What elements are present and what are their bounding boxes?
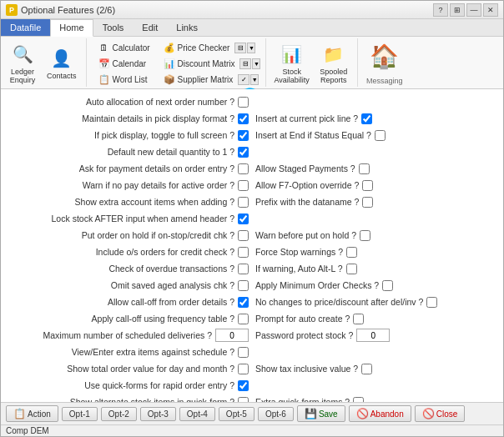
opt2-button[interactable]: Opt-2 — [101, 407, 137, 421]
option-row-no-changes: No changes to price/discount after del/i… — [255, 294, 496, 309]
option-checkbox-warn-hold[interactable] — [360, 230, 370, 241]
option-checkbox-insert-end[interactable] — [375, 130, 386, 141]
action-button[interactable]: 📋 Action — [6, 405, 58, 422]
option-checkbox-tax-inclusive[interactable] — [361, 364, 372, 374]
contacts-button[interactable]: 👤 Contacts — [43, 43, 81, 83]
supplier-matrix-option1[interactable]: ✓ — [238, 74, 249, 85]
option-row-pick-display: Maintain details in pick display format … — [8, 111, 249, 126]
option-checkbox-extra-account[interactable] — [238, 197, 249, 208]
option-checkbox-default-qty[interactable] — [238, 147, 249, 158]
option-checkbox-quick-forms[interactable] — [238, 380, 249, 391]
stock-availability-button[interactable]: 📊 Stock Availability — [270, 38, 313, 87]
supplier-matrix-icon: 📦 — [164, 73, 175, 85]
option-row-staged-payments: Allow Staged Payments ? — [255, 161, 496, 176]
input-max-deliveries[interactable] — [215, 329, 249, 342]
option-checkbox-call-off[interactable] — [238, 297, 249, 308]
ledger-icon: 🔍 — [9, 41, 36, 68]
window-close-button[interactable]: ✕ — [483, 3, 498, 17]
help-button[interactable]: ? — [433, 3, 448, 17]
calendar-button[interactable]: 📅 Calendar — [95, 56, 154, 71]
opt6-button[interactable]: Opt-6 — [258, 407, 294, 421]
option-checkbox-pick-display[interactable] — [238, 113, 249, 124]
tab-tools[interactable]: Tools — [93, 19, 134, 36]
option-checkbox-credit-check[interactable] — [238, 247, 249, 258]
option-row-min-order: Apply Minimum Order Checks ? — [255, 278, 496, 293]
option-row-empty-4 — [255, 144, 496, 159]
minimize-button[interactable]: — — [466, 3, 481, 17]
option-checkbox-staged-payments[interactable] — [359, 163, 370, 174]
option-checkbox-no-pay-details[interactable] — [238, 180, 249, 191]
option-checkbox-payment-details[interactable] — [238, 163, 249, 174]
option-row-warn-hold: Warn before put on hold ? — [255, 228, 496, 243]
option-checkbox-put-on-hold[interactable] — [238, 230, 249, 241]
restore-button[interactable]: ⊞ — [450, 3, 465, 17]
option-row-force-stop: Force Stop warnings ? — [255, 244, 496, 259]
option-row-password-stock: Password protect stock ? — [255, 328, 496, 343]
option-row-lock-stock: Lock stock AFTER input when amend header… — [8, 211, 249, 226]
tab-datafile[interactable]: Datafile — [1, 19, 50, 36]
option-checkbox-total-value[interactable] — [238, 364, 249, 374]
discount-matrix-option1[interactable]: ⊟ — [239, 58, 251, 69]
abandon-button[interactable]: 🚫 Abandon — [349, 405, 411, 422]
option-checkbox-toggle-fullscreen[interactable] — [238, 130, 249, 141]
option-label-auto-allocation: Auto allocation of next order number ? — [86, 97, 234, 107]
opt4-button[interactable]: Opt-4 — [179, 407, 215, 421]
tab-home[interactable]: Home — [50, 19, 93, 37]
word-list-button[interactable]: 📋 Word List — [95, 72, 154, 87]
app-icon: P — [6, 4, 18, 16]
discount-matrix-dropdown[interactable]: ▼ — [252, 58, 260, 69]
option-checkbox-frequency-table[interactable] — [238, 314, 249, 324]
option-checkbox-auto-alt-l[interactable] — [346, 264, 357, 274]
option-checkbox-auto-allocation[interactable] — [238, 97, 249, 108]
price-checker-option1[interactable]: ⊟ — [234, 43, 246, 53]
option-row-payment-details: Ask for payment details on order entry ? — [8, 161, 249, 176]
calculator-button[interactable]: 🗓 Calculator — [95, 40, 154, 55]
ledger-enquiry-button[interactable]: 🔍 Ledger Enquiry — [4, 38, 41, 87]
opt5-button[interactable]: Opt-5 — [219, 407, 255, 421]
option-row-tax-inclusive: Show tax inclusive value ? — [255, 361, 496, 376]
tab-edit[interactable]: Edit — [133, 19, 167, 36]
option-checkbox-auto-create[interactable] — [353, 314, 364, 324]
price-checker-dropdown[interactable]: ▼ — [247, 43, 255, 53]
option-row-auto-allocation: Auto allocation of next order number ? — [8, 94, 249, 109]
option-checkbox-force-stop[interactable] — [346, 247, 357, 258]
option-row-put-on-hold: Put order on hold if on-stop/credit chk … — [8, 228, 249, 243]
bottom-bar: 📋 Action Opt-1 Opt-2 Opt-3 Opt-4 Opt-5 O… — [1, 402, 503, 424]
option-checkbox-lock-stock[interactable] — [238, 213, 249, 224]
spooled-reports-icon: 📁 — [320, 41, 347, 68]
price-checker-button[interactable]: 💰 Price Checker — [160, 40, 234, 55]
contacts-icon: 👤 — [48, 45, 75, 72]
messaging-label: Messaging — [366, 75, 403, 85]
option-checkbox-aged-analysis[interactable] — [238, 280, 249, 291]
messaging-icon: 🏠 — [371, 43, 398, 69]
option-checkbox-view-extra[interactable] — [238, 347, 249, 358]
tab-links[interactable]: Links — [167, 19, 207, 36]
option-checkbox-f7-option[interactable] — [362, 180, 373, 191]
messaging-button[interactable]: 🏠 — [366, 40, 403, 72]
opt1-button[interactable]: Opt-1 — [62, 407, 98, 421]
opt3-button[interactable]: Opt-3 — [140, 407, 176, 421]
supplier-matrix-dropdown[interactable]: ▼ — [250, 74, 259, 85]
option-row-empty-1 — [255, 94, 496, 109]
option-row-view-extra: View/Enter extra items against schedule … — [8, 344, 249, 359]
ribbon: Datafile Home Tools Edit Links 🔍 Ledger … — [1, 19, 503, 89]
option-checkbox-prefix-dataname[interactable] — [362, 197, 373, 208]
option-row-extra-account: Show extra account items when adding ? — [8, 194, 249, 209]
save-button[interactable]: 💾 Save — [297, 405, 345, 422]
input-password-stock[interactable] — [356, 329, 390, 342]
option-row-max-deliveries: Maximum number of scheduled deliveries ? — [8, 328, 249, 343]
option-checkbox-insert-current[interactable] — [361, 113, 372, 124]
main-window: P Optional Features (2/6) ? ⊞ — ✕ Datafi… — [0, 0, 504, 437]
spooled-reports-button[interactable]: 📁 Spooled Reports — [315, 38, 352, 87]
option-checkbox-no-changes[interactable] — [426, 297, 437, 308]
ribbon-tabs: Datafile Home Tools Edit Links — [1, 19, 503, 37]
option-row-total-value: Show total order value for day and month… — [8, 361, 249, 376]
status-bar: Comp DEM — [1, 424, 503, 436]
option-row-toggle-fullscreen: If pick display, toggle to full screen ? — [8, 128, 249, 143]
discount-matrix-button[interactable]: 📊 Discount Matrix — [160, 56, 239, 71]
option-checkbox-overdue[interactable] — [238, 264, 249, 274]
supplier-matrix-button[interactable]: 📦 Supplier Matrix — [160, 72, 237, 87]
option-row-prefix-dataname: Prefix with the dataname ? — [255, 194, 496, 209]
close-button[interactable]: 🚫 Close — [415, 405, 466, 422]
option-checkbox-min-order[interactable] — [382, 280, 393, 291]
